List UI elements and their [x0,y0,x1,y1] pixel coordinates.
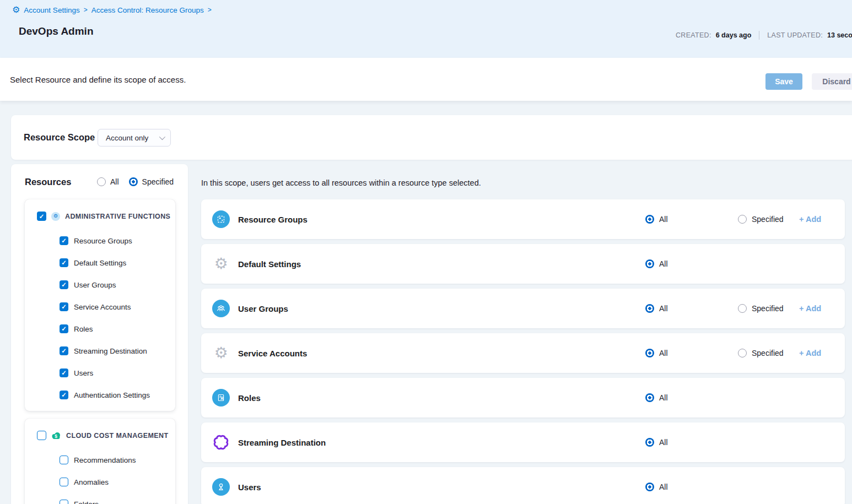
radio-icon[interactable] [738,349,747,357]
sidebar-item-authentication-settings[interactable]: Authentication Settings [25,384,175,406]
row-radio-all[interactable]: All [645,422,668,462]
resource-row-default-settings: ⚙ Default Settings All [201,244,845,284]
user-groups-icon [212,300,230,317]
sidebar-item-resource-groups[interactable]: Resource Groups [25,230,175,252]
radio-icon[interactable] [645,393,654,402]
add-button[interactable]: + Add [799,199,821,239]
radio-all-label: All [659,438,668,447]
resources-sidebar: Resources All Specified ⚙ ADMINISTRATIVE… [11,164,188,504]
resource-row-streaming-destination: Streaming Destination All [201,422,845,462]
row-title: Service Accounts [238,333,307,373]
resource-scope-dropdown[interactable]: Account only [98,129,171,147]
checkbox[interactable] [60,456,68,464]
sidebar-item-recommendations[interactable]: Recommendations [25,449,175,471]
row-title: Streaming Destination [238,422,326,462]
sidebar-item-roles[interactable]: Roles [25,318,175,340]
row-radio-all[interactable]: All [645,199,668,239]
group-checkbox[interactable] [37,212,46,221]
sidebar-item-folders[interactable]: Folders [25,493,175,504]
scope-description: In this scope, users get access to all r… [201,178,481,187]
checkbox[interactable] [60,302,68,311]
add-button[interactable]: + Add [799,333,821,373]
svg-text:$: $ [55,433,57,438]
sidebar-item-users[interactable]: Users [25,362,175,384]
radio-all-label: All [659,393,668,402]
group-header-ccm[interactable]: $ CLOUD COST MANAGEMENT [25,419,175,440]
users-icon [212,478,230,496]
group-cloud-cost-management: $ CLOUD COST MANAGEMENT Recommendations … [25,419,175,504]
checkbox[interactable] [60,324,68,333]
radio-icon[interactable] [97,177,106,186]
row-title: Users [238,467,261,504]
radio-icon[interactable] [129,177,138,186]
group-administrative-functions: ⚙ ADMINISTRATIVE FUNCTIONS Resource Grou… [25,199,175,411]
row-radio-all[interactable]: All [645,244,668,284]
resource-row-resource-groups: Resource Groups All Specified + Add [201,199,845,239]
group-label: CLOUD COST MANAGEMENT [66,432,168,440]
sidebar-item-label: Users [74,369,93,377]
action-bar: Select Resource and define its scope of … [0,58,852,101]
resource-row-roles: Roles All [201,378,845,418]
row-radio-specified[interactable]: Specified [738,199,784,239]
radio-icon[interactable] [645,438,654,447]
discard-button[interactable]: Discard [812,73,852,90]
breadcrumb: ⚙ Account Settings > Access Control: Res… [12,6,212,14]
checkbox[interactable] [60,236,68,245]
settings-gear-icon: ⚙ [12,6,20,14]
checkbox[interactable] [60,280,68,289]
group-label: ADMINISTRATIVE FUNCTIONS [65,213,170,220]
resources-radio-all[interactable]: All [97,177,119,186]
group-header-admin[interactable]: ⚙ ADMINISTRATIVE FUNCTIONS [25,199,175,221]
chevron-right-icon: > [208,6,212,14]
checkbox[interactable] [60,258,68,267]
sidebar-item-streaming-destination[interactable]: Streaming Destination [25,340,175,362]
created-label: CREATED: [676,31,711,39]
breadcrumb-resource-groups[interactable]: Access Control: Resource Groups [91,6,204,14]
row-radio-all[interactable]: All [645,467,668,504]
radio-icon[interactable] [645,483,654,491]
radio-icon[interactable] [738,215,747,224]
radio-icon[interactable] [645,259,654,268]
settings-gear-icon: ⚙ [214,345,228,361]
settings-gear-icon: ⚙ [214,256,228,272]
resource-row-users: Users All [201,467,845,504]
radio-icon[interactable] [645,215,654,224]
breadcrumb-account-settings[interactable]: Account Settings [24,6,79,14]
checkbox[interactable] [60,368,68,377]
resources-radio-specified[interactable]: Specified [129,177,174,186]
row-radio-specified[interactable]: Specified [738,333,784,373]
sidebar-item-label: Anomalies [74,478,109,486]
radio-icon[interactable] [645,304,654,313]
save-button[interactable]: Save [765,73,802,90]
group-checkbox[interactable] [37,431,46,440]
resource-scope-card: Resource Scope Account only [11,115,852,160]
row-radio-all[interactable]: All [645,378,668,418]
resource-row-user-groups: User Groups All Specified + Add [201,289,845,328]
created-value: 6 days ago [716,31,752,39]
chevron-down-icon [159,134,165,140]
radio-icon[interactable] [645,349,654,357]
radio-specified-label: Specified [752,349,784,357]
last-updated-label: LAST UPDATED: [767,31,823,39]
page-title: DevOps Admin [19,25,94,37]
sidebar-item-default-settings[interactable]: Default Settings [25,252,175,274]
radio-icon[interactable] [738,304,747,313]
radio-specified-label: Specified [142,177,174,186]
sidebar-item-service-accounts[interactable]: Service Accounts [25,296,175,318]
sidebar-item-label: User Groups [74,281,116,289]
row-radio-all[interactable]: All [645,333,668,373]
group-items: Recommendations Anomalies Folders [25,449,175,504]
row-title: User Groups [238,289,288,328]
cloud-cost-icon: $ [51,432,61,440]
add-button[interactable]: + Add [799,289,821,328]
checkbox[interactable] [60,346,68,355]
sidebar-item-anomalies[interactable]: Anomalies [25,471,175,493]
checkbox[interactable] [60,391,68,399]
resource-scope-label: Resource Scope [24,115,95,160]
sidebar-item-user-groups[interactable]: User Groups [25,274,175,296]
row-radio-specified[interactable]: Specified [738,289,784,328]
checkbox[interactable] [60,500,68,504]
row-radio-all[interactable]: All [645,289,668,328]
checkbox[interactable] [60,478,68,486]
radio-all-label: All [659,215,668,224]
